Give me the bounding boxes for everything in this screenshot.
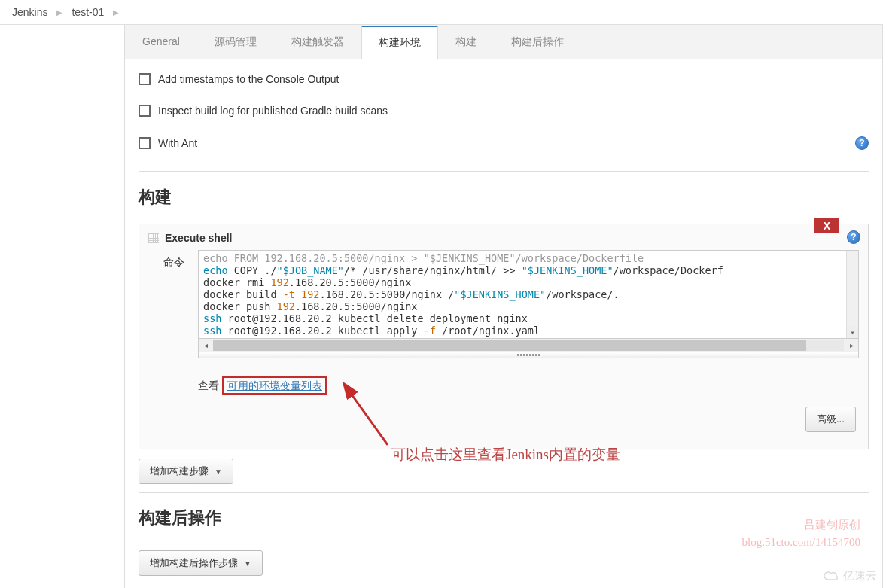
delete-step-button[interactable]: X [814, 218, 839, 233]
help-icon[interactable]: ? [855, 136, 869, 150]
tab-general[interactable]: General [125, 26, 197, 59]
scroll-right-icon[interactable]: ▸ [845, 341, 858, 349]
horizontal-scrollbar[interactable]: ◂ ▸ [198, 339, 859, 352]
checkbox-with-ant[interactable] [139, 137, 151, 149]
section-title-build: 构建 [139, 181, 869, 221]
caret-down-icon: ▼ [244, 559, 251, 568]
add-post-build-step-button[interactable]: 增加构建后操作步骤▼ [139, 550, 263, 576]
help-icon[interactable]: ? [847, 230, 860, 244]
scroll-down-icon[interactable]: ▾ [847, 326, 858, 338]
build-step-execute-shell: X ? Execute shell 命令 echo FROM 192.168.2… [139, 224, 869, 449]
see-prefix: 查看 [198, 379, 222, 391]
crumb-job[interactable]: test-01 [72, 6, 104, 18]
drag-handle-icon[interactable] [148, 233, 159, 243]
chevron-right-icon: ▶ [56, 8, 62, 17]
add-build-step-button[interactable]: 增加构建步骤▼ [139, 459, 233, 484]
tab-scm[interactable]: 源码管理 [197, 26, 274, 59]
caret-down-icon: ▼ [215, 468, 222, 476]
shell-command-textarea[interactable]: echo FROM 192.168.20.5:5000/nginx > "$JE… [198, 250, 859, 339]
resize-handle[interactable] [198, 352, 859, 358]
breadcrumb: Jenkins ▶ test-01 ▶ [0, 0, 883, 25]
section-title-post-build: 构建后操作 [139, 502, 869, 541]
tab-post-build[interactable]: 构建后操作 [494, 26, 581, 59]
crumb-home[interactable]: Jenkins [12, 6, 47, 18]
scroll-left-icon[interactable]: ◂ [199, 341, 212, 349]
config-tabs: General 源码管理 构建触发器 构建环境 构建 构建后操作 [124, 25, 883, 59]
command-label: 命令 [163, 250, 186, 270]
checkbox-timestamps[interactable] [139, 73, 151, 85]
step-title: Execute shell [165, 232, 233, 244]
tab-build[interactable]: 构建 [438, 26, 494, 59]
vertical-scrollbar[interactable]: ▾ [846, 251, 858, 338]
advanced-button[interactable]: 高级... [805, 407, 856, 432]
label-timestamps: Add timestamps to the Console Output [158, 73, 339, 85]
env-vars-link[interactable]: 可用的环境变量列表 [222, 376, 327, 395]
checkbox-gradle-scans[interactable] [139, 105, 151, 117]
chevron-right-icon: ▶ [113, 8, 119, 17]
label-gradle-scans: Inspect build log for published Gradle b… [158, 105, 388, 117]
tab-triggers[interactable]: 构建触发器 [274, 26, 361, 59]
tab-build-env[interactable]: 构建环境 [361, 26, 438, 59]
label-with-ant: With Ant [158, 137, 197, 149]
